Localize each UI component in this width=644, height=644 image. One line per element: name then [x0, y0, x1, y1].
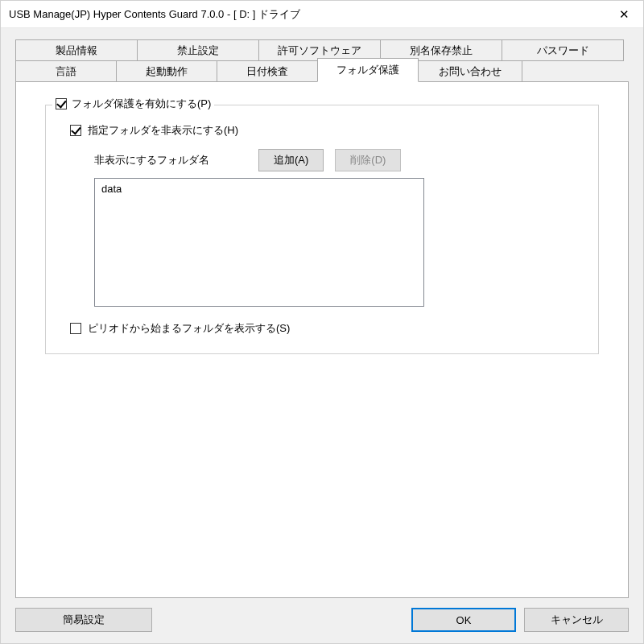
folder-protect-group: フォルダ保護を有効にする(P) 指定フォルダを非表示にする(H) 非表示にするフ… [45, 105, 599, 354]
tab-prohibit[interactable]: 禁止設定 [137, 39, 259, 61]
enable-protection-checkbox[interactable] [56, 98, 67, 109]
window-title: USB Manage(JP) Hyper Contents Guard 7.0.… [9, 7, 605, 22]
folder-list-section: 非表示にするフォルダ名 追加(A) 削除(D) data [94, 149, 580, 307]
close-icon[interactable]: ✕ [605, 1, 643, 28]
folder-list-header: 非表示にするフォルダ名 追加(A) 削除(D) [94, 149, 580, 171]
dialog-window: USB Manage(JP) Hyper Contents Guard 7.0.… [0, 0, 644, 644]
tab-inquiry[interactable]: お問い合わせ [418, 60, 522, 82]
tab-language[interactable]: 言語 [15, 60, 117, 82]
tab-panel-folder-protect: フォルダ保護を有効にする(P) 指定フォルダを非表示にする(H) 非表示にするフ… [15, 81, 629, 598]
hide-folders-checkbox[interactable] [70, 125, 81, 136]
show-period-label: ピリオドから始まるフォルダを表示する(S) [88, 321, 290, 336]
folder-listbox[interactable]: data [94, 178, 424, 307]
enable-protection-label: フォルダ保護を有効にする(P) [72, 97, 211, 111]
cancel-button[interactable]: キャンセル [524, 608, 629, 632]
tab-password[interactable]: パスワード [502, 39, 624, 61]
hide-folders-row: 指定フォルダを非表示にする(H) [70, 123, 580, 138]
tab-strip: 製品情報 禁止設定 許可ソフトウェア 別名保存禁止 パスワード 言語 起動動作 … [15, 39, 629, 82]
ok-button[interactable]: OK [411, 608, 516, 632]
tab-product-info[interactable]: 製品情報 [15, 39, 138, 61]
show-period-checkbox[interactable] [70, 323, 81, 334]
group-legend: フォルダ保護を有効にする(P) [52, 97, 214, 111]
easy-setup-button[interactable]: 簡易設定 [15, 608, 152, 632]
list-item[interactable]: data [100, 182, 419, 196]
content-area: 製品情報 禁止設定 許可ソフトウェア 別名保存禁止 パスワード 言語 起動動作 … [1, 28, 643, 643]
titlebar: USB Manage(JP) Hyper Contents Guard 7.0.… [1, 1, 643, 28]
tab-startup[interactable]: 起動動作 [116, 60, 217, 82]
hide-folders-label: 指定フォルダを非表示にする(H) [88, 123, 238, 138]
delete-folder-button[interactable]: 削除(D) [335, 149, 401, 171]
add-folder-button[interactable]: 追加(A) [258, 149, 324, 171]
tab-date-check[interactable]: 日付検査 [217, 60, 318, 82]
folder-list-label: 非表示にするフォルダ名 [94, 153, 247, 167]
bottom-button-bar: 簡易設定 OK キャンセル [15, 598, 629, 632]
tab-folder-protect[interactable]: フォルダ保護 [317, 58, 419, 82]
show-period-row: ピリオドから始まるフォルダを表示する(S) [70, 321, 580, 336]
tab-row-2: 言語 起動動作 日付検査 フォルダ保護 お問い合わせ [15, 60, 629, 82]
